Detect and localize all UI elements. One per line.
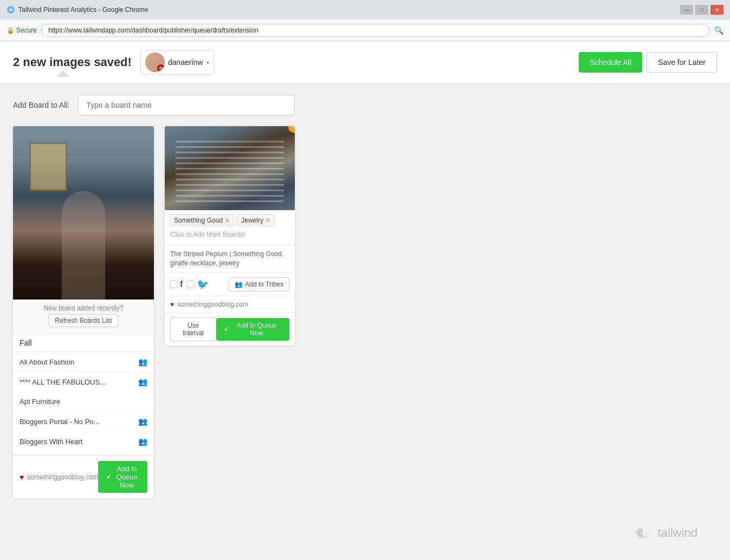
app-body: Add Board to All: New board added recent… <box>0 84 730 509</box>
pin-description: The Striped Peplum | Something Good, gir… <box>165 245 295 273</box>
chrome-controls: — □ ✕ <box>680 5 723 15</box>
group-icon: 👥 <box>138 417 147 426</box>
board-notice: New board added recently? Refresh Boards… <box>13 299 154 334</box>
app-header: 2 new images saved! P danaerinw ▾ Schedu… <box>0 41 730 84</box>
pinterest-icon: ♥ <box>20 473 24 481</box>
list-item[interactable]: Blogging Tips <box>13 452 154 455</box>
security-indicator: 🔒 Secure <box>7 27 37 34</box>
source-url: somethinggoodblog.com <box>27 473 98 481</box>
board-name: Apt Furniture <box>20 398 60 406</box>
close-button[interactable]: ✕ <box>710 5 723 15</box>
board-name: Bloggers Portal - No Po... <box>20 418 99 426</box>
tailwind-logo: tailwind <box>632 522 697 544</box>
tag-remove-button[interactable]: × <box>266 217 270 224</box>
card-right-source: ♥ somethinggoodblog.com <box>165 296 295 313</box>
notice-text: New board added recently? <box>44 304 124 312</box>
use-interval-button[interactable]: Use Interval <box>170 317 216 341</box>
tailwind-logo-icon <box>632 522 654 544</box>
facebook-checkbox[interactable] <box>170 281 178 288</box>
pinterest-icon-right: ♥ <box>170 301 174 308</box>
add-board-row: Add Board to All: <box>13 95 717 115</box>
username-label: danaerinw <box>168 58 203 67</box>
add-board-input[interactable] <box>78 95 295 115</box>
twitter-icon: 🐦 <box>197 278 209 290</box>
group-icon: 👥 <box>138 437 147 446</box>
add-queue-label: Add to Queue Now <box>114 465 140 489</box>
minimize-button[interactable]: — <box>680 5 693 15</box>
cards-row: New board added recently? Refresh Boards… <box>13 126 717 498</box>
add-board-label: Add Board to All: <box>13 101 69 109</box>
lock-icon: 🔒 <box>7 27 15 34</box>
board-tag-something-good: Something Good × <box>169 214 234 226</box>
tailwind-logo-text: tailwind <box>658 526 697 540</box>
check-icon-right: ✓ <box>224 325 229 333</box>
card-left: New board added recently? Refresh Boards… <box>13 126 154 498</box>
group-icon: 👥 <box>138 357 147 366</box>
social-row: f 🐦 👥 Add to Tribes <box>165 273 295 296</box>
tribes-label: Add to Tribes <box>245 281 283 288</box>
list-item[interactable]: **** ALL THE FABULOUS... 👥 <box>13 372 154 392</box>
save-for-later-button[interactable]: Save for Later <box>647 52 717 73</box>
check-icon: ✓ <box>106 473 112 481</box>
chrome-title: Tailwind Pinterest Analytics - Google Ch… <box>7 5 148 14</box>
facebook-icon: f <box>180 279 183 289</box>
list-item[interactable]: Bloggers With Heart 👥 <box>13 432 154 452</box>
board-name: All About Fashion <box>20 358 74 366</box>
card-left-source: ♥ somethinggoodblog.com <box>20 473 98 481</box>
add-boards-placeholder[interactable]: Click to Add More Boards! <box>169 229 247 240</box>
browser-title: Tailwind Pinterest Analytics - Google Ch… <box>18 6 148 14</box>
schedule-all-button[interactable]: Schedule All <box>579 52 642 73</box>
user-dropdown[interactable]: P danaerinw ▾ <box>140 50 214 75</box>
avatar: P <box>145 53 165 72</box>
tag-name: Something Good <box>174 217 223 224</box>
card-left-footer: ♥ somethinggoodblog.com ✓ Add to Queue N… <box>13 455 154 498</box>
facebook-check: f <box>170 279 183 289</box>
browser-search-icon[interactable]: 🔍 <box>714 26 723 35</box>
source-url-right: somethinggoodblog.com <box>177 301 248 308</box>
tag-remove-button[interactable]: × <box>225 217 229 224</box>
tag-name: Jewelry <box>241 217 263 224</box>
browser-frame: Tailwind Pinterest Analytics - Google Ch… <box>0 0 730 41</box>
twitter-check: 🐦 <box>187 278 209 290</box>
chrome-addressbar: 🔒 Secure https://www.tailwindapp.com/das… <box>0 19 730 41</box>
right-card-image: ! <box>165 126 295 210</box>
group-icon: 👥 <box>138 377 147 386</box>
add-to-tribes-button[interactable]: 👥 Add to Tribes <box>229 277 289 291</box>
page-title: 2 new images saved! <box>13 55 132 69</box>
twitter-checkbox[interactable] <box>187 281 195 288</box>
left-card-image <box>13 126 154 299</box>
refresh-boards-button[interactable]: Refresh Boards List <box>49 314 118 327</box>
header-buttons: Schedule All Save for Later <box>579 52 717 73</box>
card-right-actions: Use Interval ✓ Add to Queue Now <box>165 313 295 346</box>
board-name: Bloggers With Heart <box>20 438 82 446</box>
board-dropdown: New board added recently? Refresh Boards… <box>13 299 154 455</box>
board-tags: Something Good × Jewelry × Click to Add … <box>165 210 295 245</box>
board-tag-jewelry: Jewelry × <box>236 214 275 226</box>
tailwind-favicon-icon <box>7 5 15 14</box>
board-search-input[interactable] <box>13 334 154 352</box>
add-to-queue-button-right[interactable]: ✓ Add to Queue Now <box>216 318 289 341</box>
board-name: **** ALL THE FABULOUS... <box>20 378 106 386</box>
url-bar[interactable]: https://www.tailwindapp.com/dashboard/pu… <box>41 24 710 37</box>
add-queue-label-right: Add to Queue Now <box>231 322 282 337</box>
pinterest-badge-icon: P <box>157 64 165 72</box>
chrome-titlebar: Tailwind Pinterest Analytics - Google Ch… <box>0 0 730 19</box>
tribes-icon: 👥 <box>235 281 243 288</box>
secure-label: Secure <box>16 27 37 34</box>
dropdown-arrow-icon: ▾ <box>206 60 209 66</box>
list-item[interactable]: Apt Furniture <box>13 392 154 412</box>
board-list: All About Fashion 👥 **** ALL THE FABULOU… <box>13 352 154 455</box>
card-right: ! Something Good × Jewelry × Click to Ad… <box>165 126 295 346</box>
add-to-queue-button-left[interactable]: ✓ Add to Queue Now <box>98 461 147 493</box>
list-item[interactable]: All About Fashion 👥 <box>13 352 154 372</box>
list-item[interactable]: Bloggers Portal - No Po... 👥 <box>13 412 154 432</box>
maximize-button[interactable]: □ <box>695 5 708 15</box>
header-left: 2 new images saved! P danaerinw ▾ <box>13 50 214 75</box>
